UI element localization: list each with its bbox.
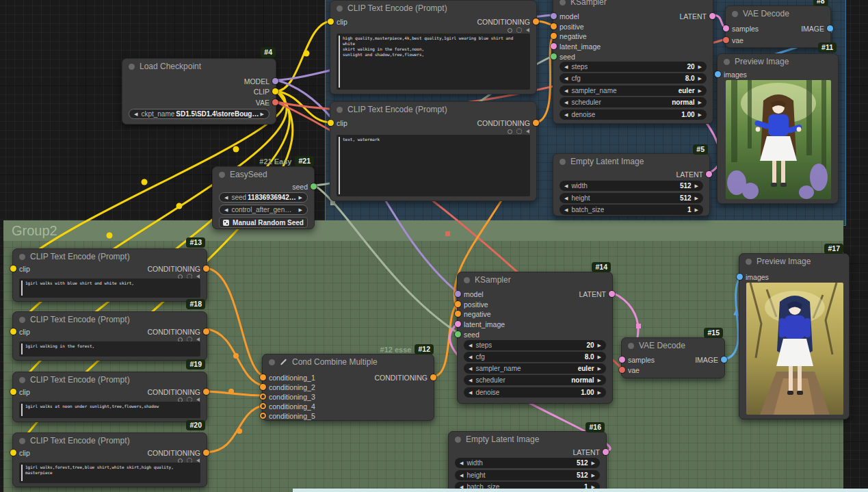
- right-arrow-icon[interactable]: ▶: [698, 64, 702, 70]
- input-negative[interactable]: negative: [464, 309, 606, 318]
- output-conditioning[interactable]: CONDITIONING: [19, 448, 200, 457]
- output-latent[interactable]: LATENT: [560, 170, 703, 179]
- collapse-dot[interactable]: [628, 343, 634, 349]
- node-titlebar[interactable]: CLIP Text Encode (Prompt): [330, 102, 536, 117]
- conditioning-port-dot[interactable]: [260, 393, 266, 400]
- left-arrow-icon[interactable]: ◀: [134, 112, 137, 117]
- conditioning-port-dot[interactable]: [203, 450, 209, 456]
- prompt-textarea[interactable]: 1girl walks,forest,tree,blue shirt,white…: [19, 463, 200, 483]
- input-latent-image[interactable]: latent_image: [464, 320, 606, 328]
- widget-value[interactable]: 512: [680, 194, 692, 202]
- node-ksampler-top[interactable]: KSampler model LATENT positive negative …: [553, 0, 713, 124]
- speaker-icon[interactable]: [526, 28, 529, 32]
- input-positive[interactable]: positive: [560, 22, 707, 31]
- left-arrow-icon[interactable]: ◀: [564, 76, 568, 81]
- output-conditioning[interactable]: CONDITIONING: [19, 264, 200, 273]
- right-arrow-icon[interactable]: ▶: [598, 378, 601, 383]
- right-arrow-icon[interactable]: ▶: [598, 390, 601, 396]
- widget-value[interactable]: 512: [577, 471, 588, 479]
- collapse-dot[interactable]: [19, 438, 25, 444]
- input-latent-image[interactable]: latent_image: [560, 42, 707, 51]
- right-arrow-icon[interactable]: ▶: [592, 473, 595, 478]
- right-arrow-icon[interactable]: ▶: [598, 343, 601, 348]
- collapse-dot[interactable]: [337, 107, 343, 113]
- output-image[interactable]: IMAGE: [628, 355, 718, 364]
- latent-port-dot[interactable]: [723, 25, 729, 31]
- conditioning-port-dot[interactable]: [533, 18, 539, 25]
- conditioning-port-dot[interactable]: [551, 33, 557, 39]
- bottom-scroll-strip[interactable]: [293, 489, 868, 492]
- widget-value[interactable]: 1.00: [581, 389, 594, 396]
- output-latent[interactable]: LATENT: [455, 448, 600, 456]
- widget-value[interactable]: normal: [571, 376, 594, 384]
- widget-seed[interactable]: ◀ seed 118369369420022 ▶: [219, 192, 308, 203]
- model-port-dot[interactable]: [551, 13, 557, 19]
- node-empty-latent-16[interactable]: #16 Empty Latent Image LATENT ◀ width 51…: [448, 431, 607, 492]
- input-images[interactable]: images: [724, 70, 832, 79]
- node-titlebar[interactable]: CLIP Text Encode (Prompt): [13, 312, 207, 327]
- right-arrow-icon[interactable]: ▶: [598, 354, 601, 360]
- collapse-dot[interactable]: [129, 64, 135, 70]
- widget-value[interactable]: 118369369420022: [248, 194, 299, 201]
- node-titlebar[interactable]: EasySeed: [213, 167, 314, 182]
- output-seed[interactable]: seed: [219, 182, 308, 191]
- seed-port-dot[interactable]: [551, 53, 557, 60]
- collapse-dot[interactable]: [464, 277, 470, 283]
- left-arrow-icon[interactable]: ◀: [224, 195, 228, 200]
- clip-port-dot[interactable]: [328, 120, 334, 126]
- conditioning-port-dot[interactable]: [203, 266, 209, 272]
- widget-ckpt-name[interactable]: ◀ ckpt_name SD1.5\SD1.4\storeBoughtGy...…: [129, 109, 269, 119]
- widget-batch-size[interactable]: ◀ batch_size 1 ▶: [560, 205, 703, 215]
- widget-value[interactable]: 20: [687, 63, 694, 70]
- left-arrow-icon[interactable]: ◀: [564, 196, 568, 201]
- circle-icon[interactable]: [508, 28, 512, 33]
- collapse-dot[interactable]: [724, 59, 730, 65]
- input-conditioning-2[interactable]: conditioning_2: [269, 383, 428, 391]
- collapse-dot[interactable]: [19, 254, 25, 260]
- node-graph-canvas[interactable]: Group2: [0, 0, 868, 492]
- widget-control-after-generate[interactable]: ◀ control_after_generate. ▶: [219, 205, 308, 215]
- vae-port-dot[interactable]: [272, 99, 278, 105]
- left-arrow-icon[interactable]: ◀: [460, 461, 463, 466]
- conditioning-port-dot[interactable]: [260, 374, 266, 380]
- node-titlebar[interactable]: CLIP Text Encode (Prompt): [13, 433, 207, 448]
- collapse-dot[interactable]: [732, 11, 738, 17]
- input-vae[interactable]: vae: [628, 365, 718, 374]
- image-port-dot[interactable]: [715, 71, 721, 77]
- right-arrow-icon[interactable]: ▶: [698, 112, 702, 118]
- input-seed[interactable]: seed: [560, 52, 707, 61]
- node-easyseed[interactable]: #21 Easy #21 EasySeed seed ◀ seed 118369…: [212, 166, 315, 229]
- node-clip-text-encode-19[interactable]: #19 CLIP Text Encode (Prompt) clip CONDI…: [12, 372, 207, 422]
- collapse-dot[interactable]: [560, 0, 566, 5]
- manual-random-seed-button[interactable]: Manual Random Seed: [219, 217, 308, 228]
- collapse-dot[interactable]: [455, 437, 461, 443]
- speaker-icon[interactable]: [526, 129, 529, 133]
- node-titlebar[interactable]: Preview Image: [718, 54, 838, 69]
- widget-scheduler[interactable]: ◀ scheduler normal ▶: [560, 97, 707, 107]
- image-port-dot[interactable]: [721, 357, 727, 363]
- latent-port-dot[interactable]: [609, 291, 615, 297]
- conditioning-port-dot[interactable]: [551, 23, 557, 29]
- widget-scheduler[interactable]: ◀ scheduler normal ▶: [464, 375, 606, 385]
- collapse-dot[interactable]: [337, 5, 343, 12]
- clip-port-dot[interactable]: [10, 328, 16, 335]
- left-arrow-icon[interactable]: ◀: [460, 473, 463, 478]
- node-clip-text-encode-positive[interactable]: CLIP Text Encode (Prompt) clip CONDITION…: [330, 0, 537, 94]
- conditioning-port-dot[interactable]: [430, 374, 436, 380]
- widget-value[interactable]: 20: [586, 341, 594, 349]
- latent-port-dot[interactable]: [619, 357, 625, 363]
- widget-steps[interactable]: ◀ steps 20 ▶: [464, 340, 606, 350]
- conditioning-port-dot[interactable]: [533, 120, 539, 126]
- widget-height[interactable]: ◀ height 512 ▶: [455, 470, 600, 480]
- node-titlebar[interactable]: KSampler: [553, 0, 713, 10]
- right-arrow-icon[interactable]: ▶: [695, 207, 698, 213]
- left-arrow-icon[interactable]: ◀: [469, 366, 472, 372]
- node-titlebar[interactable]: CLIP Text Encode (Prompt): [330, 1, 536, 16]
- widget-cfg[interactable]: ◀ cfg 8.0 ▶: [560, 73, 707, 83]
- clip-port-dot[interactable]: [272, 88, 278, 94]
- prompt-textarea[interactable]: text, watermark: [337, 135, 530, 196]
- node-titlebar[interactable]: Cond Combine Multiple: [263, 354, 434, 370]
- output-conditioning[interactable]: CONDITIONING: [337, 118, 530, 127]
- output-model[interactable]: MODEL: [129, 77, 269, 86]
- output-clip[interactable]: CLIP: [129, 87, 269, 96]
